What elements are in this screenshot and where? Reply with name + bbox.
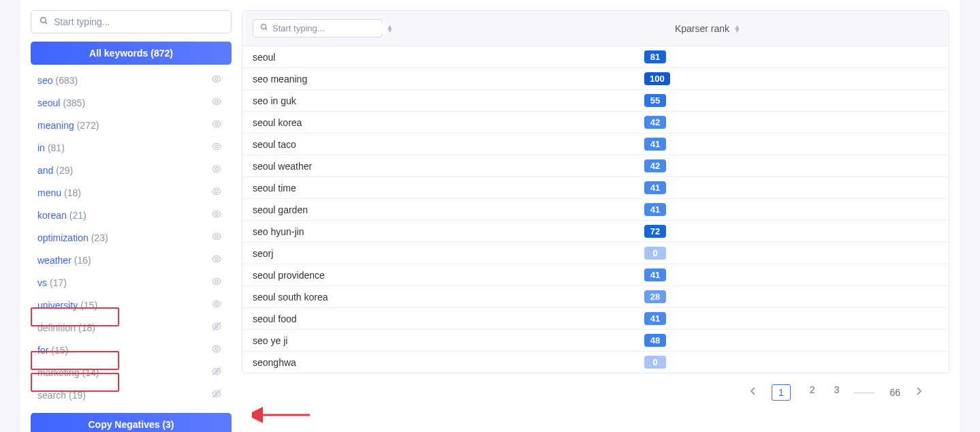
main-search-input[interactable] [272,23,387,33]
page-number[interactable]: 1 [772,384,791,401]
eye-icon[interactable] [210,343,223,356]
svg-point-11 [215,280,218,283]
sidebar-item[interactable]: seo(683) [31,69,226,91]
sidebar-item[interactable]: menu(18) [31,181,226,204]
sidebar-item[interactable]: vs(17) [31,271,226,294]
table-row[interactable]: seonghwa0 [242,352,949,373]
eye-off-icon[interactable] [210,388,223,401]
eye-icon[interactable] [210,253,223,266]
eye-icon[interactable] [210,74,223,87]
prev-page-icon[interactable] [750,386,757,399]
table-row[interactable]: seo in guk55 [242,90,949,112]
keyword-name[interactable]: korean [37,210,67,221]
eye-icon[interactable] [210,276,223,289]
sidebar-item[interactable]: in(81) [31,136,226,159]
row-keyword: seoul south korea [253,292,644,303]
keyword-count: (21) [69,210,86,221]
keyword-count: (272) [77,120,99,131]
table-row[interactable]: seo meaning100 [242,68,949,90]
svg-point-0 [41,18,46,23]
sort-icon[interactable]: ▲▼ [386,25,394,32]
keyword-name[interactable]: university [37,300,78,311]
eye-icon[interactable] [210,119,223,132]
eye-off-icon[interactable] [210,366,223,379]
table-row[interactable]: seo ye ji48 [242,330,949,352]
table-row[interactable]: seo hyun-jin72 [242,221,949,243]
sidebar-item[interactable]: search(19) [31,384,226,406]
keyword-count: (19) [69,390,86,401]
rank-badge: 0 [644,247,666,260]
keyword-name[interactable]: and [37,165,53,176]
keyword-name[interactable]: seoul [37,97,60,108]
eye-icon[interactable] [210,186,223,199]
last-page[interactable]: 66 [889,387,900,398]
keyword-name[interactable]: in [37,142,45,153]
table-row[interactable]: seoul81 [242,46,949,68]
sidebar-search-input[interactable] [54,16,223,27]
row-keyword: seo hyun-jin [253,226,644,237]
row-keyword: seorj [253,248,644,259]
sort-icon[interactable]: ▲▼ [733,25,741,32]
row-keyword: seoul [253,52,644,63]
keyword-name[interactable]: optimization [37,232,89,243]
svg-point-7 [215,190,218,193]
sidebar-item[interactable]: seoul(385) [31,91,226,114]
row-keyword: seoul weather [253,161,644,172]
keyword-name[interactable]: marketing [37,367,79,378]
sidebar-search[interactable] [31,10,232,33]
sidebar-item[interactable]: for(15) [31,339,226,361]
eye-icon[interactable] [210,96,223,109]
keyword-count: (385) [63,97,85,108]
next-page-icon[interactable] [915,386,922,399]
page-number[interactable]: 3 [834,384,840,401]
keyword-name[interactable]: definition [37,322,76,333]
table-row[interactable]: seoul providence41 [242,264,949,286]
svg-point-8 [215,213,218,215]
table-row[interactable]: seoul food41 [242,308,949,330]
svg-point-6 [215,168,218,170]
keyword-name[interactable]: meaning [37,120,74,131]
page-number[interactable]: 2 [810,384,815,401]
sidebar-item[interactable]: and(29) [31,159,226,181]
keyword-name[interactable]: seo [37,75,53,86]
eye-icon[interactable] [210,298,223,311]
eye-icon[interactable] [210,141,223,154]
table-row[interactable]: seoul garden41 [242,199,949,221]
svg-point-15 [215,348,218,350]
row-keyword: seoul providence [253,270,644,281]
table-row[interactable]: seoul taco41 [242,134,949,155]
svg-point-9 [215,235,218,238]
all-keywords-button[interactable]: All keywords (872) [31,42,232,65]
sidebar-item[interactable]: marketing(14) [31,361,226,384]
eye-icon[interactable] [210,164,223,176]
table-row[interactable]: seoul time41 [242,177,949,199]
rank-badge: 100 [644,72,670,85]
main-search[interactable] [253,19,382,37]
sidebar-item[interactable]: weather(16) [31,249,226,271]
sidebar-item[interactable]: university(15) [31,294,226,316]
keyword-name[interactable]: menu [37,187,61,198]
rank-column-header[interactable]: Kparser rank ▲▼ [675,23,741,34]
search-icon [260,23,268,33]
keyword-name[interactable]: search [37,390,66,401]
sidebar-item[interactable]: korean(21) [31,204,226,226]
table-row[interactable]: seoul south korea28 [242,286,949,308]
eye-off-icon[interactable] [210,321,223,334]
table-row[interactable]: seorj0 [242,243,949,264]
sidebar-item[interactable]: optimization(23) [31,226,226,249]
table-row[interactable]: seoul weather42 [242,155,949,177]
table-row[interactable]: seoul korea42 [242,112,949,134]
table-header: ▲▼ Kparser rank ▲▼ [242,10,949,46]
keyword-name[interactable]: weather [37,255,72,266]
sidebar-item[interactable]: definition(18) [31,316,226,339]
keyword-name[interactable]: vs [37,277,47,288]
eye-icon[interactable] [210,231,223,244]
table-body: seoul81seo meaning100seo in guk55seoul k… [242,46,949,373]
keyword-name[interactable]: for [37,345,48,356]
svg-point-12 [215,303,218,305]
keyword-list: seo(683)seoul(385)meaning(272)in(81)and(… [31,69,232,406]
sidebar-item[interactable]: meaning(272) [31,114,226,136]
eye-icon[interactable] [210,209,223,221]
copy-negatives-button[interactable]: Copy Negatives (3) [31,413,232,432]
rank-badge: 41 [644,312,666,325]
